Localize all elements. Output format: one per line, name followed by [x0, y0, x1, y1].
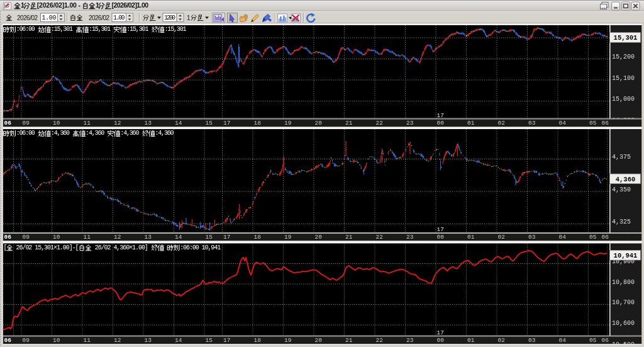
svg-text:05: 05 [589, 234, 597, 241]
svg-text:4,360: 4,360 [616, 176, 636, 183]
svg-text:02: 02 [498, 337, 506, 344]
svg-text:4,325: 4,325 [612, 219, 631, 225]
svg-text:23: 23 [406, 120, 414, 127]
svg-text:09: 09 [23, 120, 30, 127]
svg-text:01: 01 [467, 337, 475, 344]
svg-text:15: 15 [206, 337, 213, 344]
svg-text:20: 20 [315, 120, 323, 127]
svg-text:23: 23 [406, 337, 414, 344]
svg-text:00: 00 [437, 120, 445, 127]
svg-text:22: 22 [376, 120, 384, 127]
svg-text:02: 02 [498, 234, 506, 241]
svg-text:17: 17 [223, 120, 230, 127]
svg-text:02: 02 [498, 120, 506, 127]
svg-text:10: 10 [53, 234, 60, 241]
svg-text:03: 03 [528, 337, 536, 344]
svg-text:09: 09 [23, 234, 30, 241]
svg-text:09: 09 [23, 337, 30, 344]
svg-text:10: 10 [53, 337, 60, 344]
svg-text:17: 17 [223, 337, 230, 344]
svg-text:10,700: 10,700 [612, 299, 635, 306]
svg-text:10,600: 10,600 [612, 320, 635, 327]
svg-text:18: 18 [254, 234, 262, 241]
svg-text::15,301: :15,301 [51, 26, 76, 33]
svg-text:12: 12 [114, 234, 121, 241]
svg-text:13: 13 [145, 234, 152, 241]
svg-text:00: 00 [437, 337, 445, 344]
svg-text:04: 04 [559, 120, 567, 127]
svg-text:10: 10 [53, 120, 60, 127]
svg-text:04: 04 [559, 234, 567, 241]
svg-text:06: 06 [4, 234, 12, 241]
svg-text:1.00: 1.00 [113, 14, 125, 21]
svg-text:22: 22 [376, 337, 384, 344]
svg-text::06:00 10,941: :06:00 10,941 [180, 244, 221, 251]
svg-text:15: 15 [206, 120, 213, 127]
svg-text:18: 18 [254, 337, 262, 344]
svg-text:19: 19 [284, 337, 292, 344]
svg-text:04: 04 [559, 337, 567, 344]
svg-text::06:00: :06:00 [16, 130, 38, 137]
svg-text:26/02 4,360×1.00]: 26/02 4,360×1.00] [92, 244, 152, 251]
svg-text:00: 00 [437, 234, 445, 241]
svg-text::15,301: :15,301 [126, 26, 152, 33]
svg-text::06:00: :06:00 [16, 26, 38, 33]
svg-text:19: 19 [284, 234, 292, 241]
svg-text:2026/02: 2026/02 [89, 14, 109, 21]
svg-text:17: 17 [223, 234, 230, 241]
svg-text:11: 11 [84, 234, 91, 241]
svg-text::4,360: :4,360 [51, 130, 73, 137]
svg-text:06: 06 [602, 234, 609, 241]
svg-text:15: 15 [206, 234, 213, 241]
svg-text:1: 1 [187, 14, 191, 21]
svg-text::15,301: :15,301 [89, 26, 114, 33]
svg-text:15,100: 15,100 [612, 75, 635, 82]
svg-text:06: 06 [602, 337, 609, 344]
svg-text:[2026/02]1.00: [2026/02]1.00 [112, 1, 149, 9]
svg-text:4,350: 4,350 [612, 186, 631, 193]
svg-text::4,360: :4,360 [155, 130, 174, 137]
svg-text:10,800: 10,800 [612, 279, 635, 286]
svg-text:[: [ [4, 244, 8, 251]
svg-text:19: 19 [284, 120, 292, 127]
svg-text:12: 12 [114, 120, 121, 127]
svg-text:2026/02: 2026/02 [17, 14, 38, 21]
svg-text:14: 14 [175, 337, 182, 344]
svg-text:01: 01 [467, 234, 475, 241]
svg-text:06: 06 [4, 337, 12, 344]
svg-text:1.00: 1.00 [42, 14, 57, 21]
svg-text:11: 11 [84, 120, 91, 127]
svg-text:17: 17 [437, 112, 444, 119]
svg-text::4,360: :4,360 [120, 130, 142, 137]
svg-text:26/02 15,301×1.00]-[: 26/02 15,301×1.00]-[ [13, 244, 79, 251]
svg-text:14: 14 [175, 120, 182, 127]
svg-text:17: 17 [437, 329, 444, 336]
svg-text:22: 22 [376, 234, 384, 241]
svg-text:10,941: 10,941 [614, 252, 638, 259]
svg-text:13: 13 [145, 337, 152, 344]
svg-text:06: 06 [602, 120, 609, 127]
svg-text::4,360: :4,360 [86, 130, 108, 137]
svg-text:23: 23 [406, 234, 414, 241]
svg-text:20: 20 [315, 234, 323, 241]
svg-text:1200: 1200 [164, 14, 175, 21]
svg-text:01: 01 [467, 120, 475, 127]
svg-text:11: 11 [84, 337, 91, 344]
svg-text:06: 06 [4, 120, 12, 127]
svg-text:14: 14 [175, 234, 182, 241]
svg-text:15,000: 15,000 [612, 96, 635, 103]
svg-text:17: 17 [437, 226, 444, 233]
svg-text:03: 03 [528, 120, 536, 127]
svg-text:15,301: 15,301 [614, 34, 638, 42]
svg-text:20: 20 [315, 337, 323, 344]
svg-text:12: 12 [114, 337, 121, 344]
svg-text:21: 21 [345, 234, 353, 241]
svg-text::15,301: :15,301 [165, 26, 187, 33]
svg-text:05: 05 [589, 337, 597, 344]
svg-text:15,200: 15,200 [612, 54, 635, 60]
svg-text:18: 18 [254, 120, 262, 127]
svg-text:4,375: 4,375 [612, 154, 631, 161]
svg-text:13: 13 [145, 120, 152, 127]
svg-text:[2026/02]1.00 -: [2026/02]1.00 - [37, 1, 82, 9]
svg-text:05: 05 [589, 120, 597, 127]
